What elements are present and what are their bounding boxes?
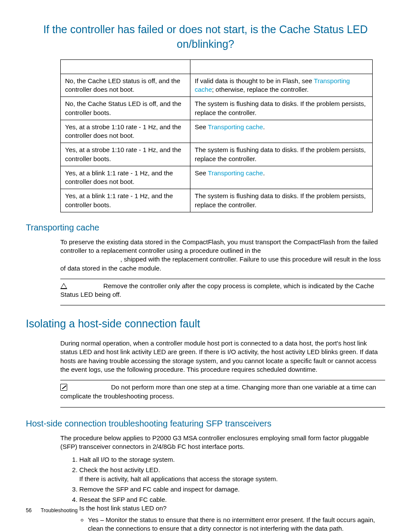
cell-action: The system is flushing data to disks. If… bbox=[190, 189, 373, 212]
divider bbox=[60, 407, 385, 408]
heading-transporting-cache: Transporting cache bbox=[26, 222, 385, 233]
cell-action: If valid data is thought to be in Flash,… bbox=[190, 74, 373, 97]
cell-action: See Transporting cache. bbox=[190, 120, 373, 143]
sub-bullets: Yes – Monitor the status to ensure that … bbox=[79, 515, 385, 532]
note-icon bbox=[60, 383, 68, 392]
step: Halt all I/O to the storage system. bbox=[79, 454, 385, 465]
table-row: No, the Cache LED status is off, and the… bbox=[61, 74, 373, 97]
step: Check the host activity LED. If there is… bbox=[79, 465, 385, 484]
link-transporting-cache[interactable]: Transporting cache bbox=[208, 169, 263, 177]
cell-answer: No, the Cache Status LED is off, and the… bbox=[61, 97, 190, 120]
heading-isolating-fault: Isolating a host-side connection fault bbox=[26, 317, 385, 331]
cell-answer: No, the Cache LED status is off, and the… bbox=[61, 74, 190, 97]
sub-item: Yes – Monitor the status to ensure that … bbox=[88, 515, 385, 532]
important-block: IMPORTANT: Do not perform more than one … bbox=[60, 383, 385, 401]
table-row: No, the Cache Status LED is off, and the… bbox=[61, 97, 373, 120]
caution-icon bbox=[60, 282, 68, 290]
para-transporting: To preserve the existing data stored in … bbox=[60, 238, 385, 273]
cell-answer: Yes, at a strobe 1:10 rate - 1 Hz, and t… bbox=[61, 143, 190, 166]
table-row: Yes, at a blink 1:1 rate - 1 Hz, and the… bbox=[61, 189, 373, 212]
heading-cache-status-question: If the controller has failed or does not… bbox=[26, 22, 385, 52]
table-row: Yes, at a blink 1:1 rate - 1 Hz, and the… bbox=[61, 166, 373, 189]
table-row: Yes, at a strobe 1:10 rate - 1 Hz, and t… bbox=[61, 120, 373, 143]
procedure-steps: Halt all I/O to the storage system. Chec… bbox=[60, 454, 385, 532]
th-answer: Answer bbox=[61, 59, 190, 74]
divider bbox=[60, 305, 385, 305]
step: Remove the SFP and FC cable and inspect … bbox=[79, 484, 385, 495]
table-row: Yes, at a strobe 1:10 rate - 1 Hz, and t… bbox=[61, 143, 373, 166]
cell-action: See Transporting cache. bbox=[190, 166, 373, 189]
th-action: Action bbox=[190, 59, 373, 74]
cell-answer: Yes, at a strobe 1:10 rate - 1 Hz, and t… bbox=[61, 120, 190, 143]
heading-sfp: Host-side connection troubleshooting fea… bbox=[26, 418, 385, 429]
cell-action: The system is flushing data to disks. If… bbox=[190, 143, 373, 166]
step: Reseat the SFP and FC cable. Is the host… bbox=[79, 495, 385, 532]
cache-status-table: Answer Action No, the Cache LED status i… bbox=[60, 59, 373, 212]
page-number: 56 bbox=[26, 507, 31, 513]
divider bbox=[60, 279, 385, 279]
caution-block: CAUTION: Remove the controller only afte… bbox=[60, 282, 385, 299]
link-transporting-cache[interactable]: Transporting cache bbox=[208, 123, 263, 131]
para-isolating: During normal operation, when a controll… bbox=[60, 339, 385, 374]
cell-action: The system is flushing data to disks. If… bbox=[190, 97, 373, 120]
cell-answer: Yes, at a blink 1:1 rate - 1 Hz, and the… bbox=[61, 166, 190, 189]
cell-answer: Yes, at a blink 1:1 rate - 1 Hz, and the… bbox=[61, 189, 190, 212]
divider bbox=[60, 380, 385, 380]
page-footer: 56 Troubleshooting bbox=[26, 507, 78, 514]
para-sfp-intro: The procedure below applies to P2000 G3 … bbox=[60, 434, 385, 451]
section-title: Troubleshooting bbox=[40, 507, 78, 513]
